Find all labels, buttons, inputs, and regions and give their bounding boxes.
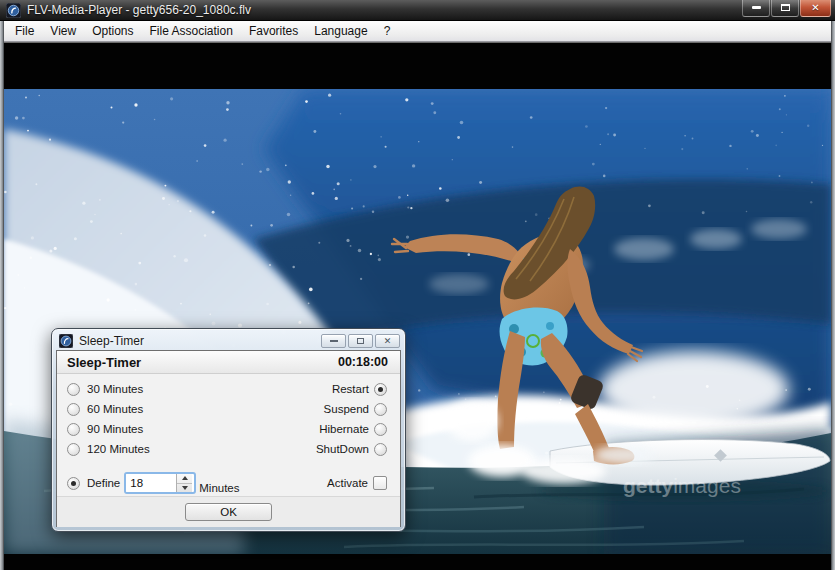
label-minutes-unit: Minutes xyxy=(199,482,239,494)
minutes-input[interactable] xyxy=(126,474,176,492)
radio-restart[interactable] xyxy=(374,383,387,396)
timer-row-2: 60 Minutes Suspend xyxy=(57,399,400,419)
ok-button[interactable]: OK xyxy=(185,503,272,521)
minutes-spinner xyxy=(124,472,196,494)
menu-language[interactable]: Language xyxy=(306,22,375,40)
dialog-close-button[interactable]: ✕ xyxy=(375,334,400,348)
label-restart: Restart xyxy=(332,383,369,395)
watermark: gettyimages xyxy=(623,474,741,497)
label-activate: Activate xyxy=(327,477,368,489)
sleep-timer-dialog: Sleep-Timer ✕ Sleep-Timer 00:18:00 30 Mi… xyxy=(51,328,406,532)
label-hibernate: Hibernate xyxy=(319,423,369,435)
menu-options[interactable]: Options xyxy=(84,22,141,40)
window-frame-right xyxy=(831,21,835,570)
activate-checkbox[interactable] xyxy=(373,476,387,490)
dialog-titlebar[interactable]: Sleep-Timer ✕ xyxy=(52,329,405,350)
minimize-button[interactable] xyxy=(742,0,770,17)
option-120-minutes[interactable]: 120 Minutes xyxy=(67,443,150,456)
label-define: Define xyxy=(87,477,120,489)
dialog-restore-button[interactable] xyxy=(348,334,373,348)
spinner-down-button[interactable] xyxy=(177,483,192,493)
flv-media-player-window: FLV-Media-Player - getty656-20_1080c.flv… xyxy=(0,0,835,570)
label-suspend: Suspend xyxy=(324,403,369,415)
menu-bar: File View Options File Association Favor… xyxy=(3,21,832,42)
radio-30-minutes[interactable] xyxy=(67,383,80,396)
chevron-down-icon xyxy=(182,486,188,490)
app-logo-icon xyxy=(6,3,21,18)
maximize-icon xyxy=(781,4,790,11)
dialog-body: 30 Minutes Restart 60 Minutes Suspend xyxy=(57,374,400,496)
dialog-header-label: Sleep-Timer xyxy=(67,355,141,370)
option-30-minutes[interactable]: 30 Minutes xyxy=(67,383,143,396)
window-caption-buttons: ✕ xyxy=(741,0,831,21)
countdown-timer: 00:18:00 xyxy=(338,355,388,369)
option-60-minutes[interactable]: 60 Minutes xyxy=(67,403,143,416)
radio-hibernate[interactable] xyxy=(374,423,387,436)
label-120-minutes: 120 Minutes xyxy=(87,443,150,455)
option-shutdown[interactable]: ShutDown xyxy=(316,443,387,456)
activate-option[interactable]: Activate xyxy=(320,476,387,490)
define-row: Define Minutes Activate xyxy=(57,470,400,496)
label-90-minutes: 90 Minutes xyxy=(87,423,143,435)
label-30-minutes: 30 Minutes xyxy=(87,383,143,395)
dialog-title: Sleep-Timer xyxy=(79,334,144,348)
window-title: FLV-Media-Player - getty656-20_1080c.flv xyxy=(27,3,251,17)
chevron-up-icon xyxy=(182,476,188,480)
spinner-buttons xyxy=(176,474,192,492)
dialog-app-icon xyxy=(59,334,73,348)
timer-row-4: 120 Minutes ShutDown xyxy=(57,439,400,459)
menu-file-association[interactable]: File Association xyxy=(142,22,241,40)
timer-row-3: 90 Minutes Hibernate xyxy=(57,419,400,439)
menu-favorites[interactable]: Favorites xyxy=(241,22,306,40)
minimize-icon xyxy=(752,6,761,9)
dialog-close-icon: ✕ xyxy=(384,337,392,346)
radio-define[interactable] xyxy=(67,477,80,490)
option-restart[interactable]: Restart xyxy=(332,383,387,396)
option-hibernate[interactable]: Hibernate xyxy=(319,423,387,436)
option-suspend[interactable]: Suspend xyxy=(324,403,387,416)
dialog-header: Sleep-Timer 00:18:00 xyxy=(57,351,400,374)
menu-view[interactable]: View xyxy=(42,22,84,40)
window-titlebar: FLV-Media-Player - getty656-20_1080c.flv… xyxy=(0,0,835,21)
label-60-minutes: 60 Minutes xyxy=(87,403,143,415)
radio-90-minutes[interactable] xyxy=(67,423,80,436)
menu-help[interactable]: ? xyxy=(376,22,399,40)
dialog-minimize-button[interactable] xyxy=(321,334,346,348)
radio-60-minutes[interactable] xyxy=(67,403,80,416)
radio-shutdown[interactable] xyxy=(374,443,387,456)
dialog-footer: OK xyxy=(57,496,400,527)
radio-120-minutes[interactable] xyxy=(67,443,80,456)
close-button[interactable]: ✕ xyxy=(800,0,831,17)
spinner-up-button[interactable] xyxy=(177,474,192,483)
maximize-button[interactable] xyxy=(771,0,799,17)
label-shutdown: ShutDown xyxy=(316,443,369,455)
timer-row-1: 30 Minutes Restart xyxy=(57,379,400,399)
dialog-restore-icon xyxy=(357,338,364,344)
window-frame-left xyxy=(0,21,4,570)
dialog-caption-buttons: ✕ xyxy=(319,334,400,348)
dialog-client-area: Sleep-Timer 00:18:00 30 Minutes Restart xyxy=(56,350,401,527)
menu-file[interactable]: File xyxy=(7,22,42,40)
close-icon: ✕ xyxy=(811,3,819,13)
dialog-minimize-icon xyxy=(330,340,338,342)
radio-suspend[interactable] xyxy=(374,403,387,416)
option-90-minutes[interactable]: 90 Minutes xyxy=(67,423,143,436)
